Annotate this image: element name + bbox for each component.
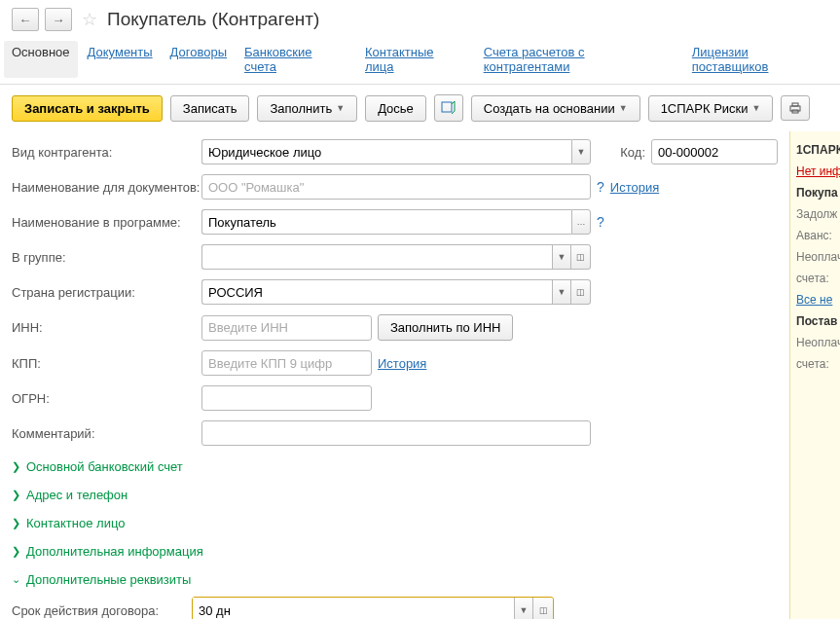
code-input[interactable] (651, 139, 778, 164)
sidebar-spark-title: 1СПАРК (796, 143, 834, 157)
page-title: Покупатель (Контрагент) (107, 9, 319, 30)
dossier-button[interactable]: Досье (365, 95, 426, 122)
expander-contact-label: Контактное лицо (26, 516, 125, 530)
sidebar-all-link[interactable]: Все не (796, 293, 834, 307)
expander-extra-info[interactable]: ❯ Дополнительная информация (12, 540, 778, 563)
chevron-right-icon: ❯ (12, 545, 20, 558)
sidebar-account1-label: счета: (796, 272, 834, 285)
chevron-right-icon: ❯ (12, 489, 20, 501)
save-close-button[interactable]: Записать и закрыть (12, 95, 163, 122)
printer-icon (788, 101, 802, 115)
attachments-button[interactable] (434, 94, 463, 122)
country-label: Страна регистрации: (12, 285, 201, 300)
caret-down-icon: ▼ (619, 103, 628, 113)
ogrn-input[interactable] (201, 385, 372, 411)
expander-extra-req-label: Дополнительные реквизиты (26, 572, 191, 587)
expander-bank-account[interactable]: ❯ Основной банковский счет (12, 455, 778, 478)
chevron-right-icon: ❯ (12, 517, 20, 529)
toolbar: Записать и закрыть Записать Заполнить▼ Д… (0, 85, 840, 131)
progname-input[interactable] (201, 209, 571, 235)
tab-contracts[interactable]: Договоры (170, 45, 227, 74)
tabs-bar: Основное Документы Договоры Банковские с… (0, 39, 840, 85)
docname-input[interactable] (201, 174, 591, 200)
back-button[interactable]: ← (12, 8, 39, 31)
sidebar-panel: 1СПАРК Нет инф Покупа Задолж Аванс: Неоп… (789, 131, 840, 619)
save-button[interactable]: Записать (170, 95, 250, 122)
contract-open-button[interactable]: ◫ (533, 598, 553, 619)
kpp-input[interactable] (201, 350, 372, 376)
group-dropdown-button[interactable]: ▼ (552, 244, 571, 270)
contract-dropdown-button[interactable]: ▼ (514, 598, 533, 619)
comment-input[interactable] (201, 420, 591, 446)
expander-contact[interactable]: ❯ Контактное лицо (12, 512, 778, 534)
print-button[interactable] (781, 95, 810, 121)
type-label: Вид контрагента: (12, 145, 201, 160)
fill-button-label: Заполнить (270, 101, 332, 116)
ogrn-label: ОГРН: (12, 391, 201, 406)
fill-button[interactable]: Заполнить▼ (257, 95, 357, 122)
sidebar-no-info-link[interactable]: Нет инф (796, 164, 834, 178)
type-input[interactable] (201, 139, 571, 164)
spark-risks-button[interactable]: 1СПАРК Риски▼ (648, 95, 774, 122)
sidebar-debt-label: Задолж (796, 207, 834, 221)
fill-by-inn-button[interactable]: Заполнить по ИНН (378, 314, 513, 341)
tab-bank-accounts[interactable]: Банковские счета (244, 45, 347, 74)
svg-rect-2 (792, 103, 798, 106)
progname-help-icon[interactable]: ? (597, 214, 604, 230)
tab-settlement-accounts[interactable]: Счета расчетов с контрагентами (484, 45, 675, 74)
type-dropdown-button[interactable]: ▼ (571, 139, 591, 164)
country-dropdown-button[interactable]: ▼ (552, 279, 571, 305)
contract-term-label: Срок действия договора: (12, 603, 192, 618)
favorite-star-icon[interactable]: ☆ (82, 9, 97, 30)
inn-input[interactable] (201, 315, 372, 341)
sidebar-unpaid2-label: Неоплач (796, 336, 834, 349)
docname-label: Наименование для документов: (12, 180, 201, 195)
group-open-button[interactable]: ◫ (571, 244, 591, 270)
expander-address-label: Адрес и телефон (26, 488, 128, 502)
forward-button[interactable]: → (45, 8, 72, 31)
chevron-down-icon: ⌄ (12, 573, 20, 586)
expander-extra-req[interactable]: ⌄ Дополнительные реквизиты (12, 568, 778, 591)
create-based-button[interactable]: Создать на основании▼ (471, 95, 640, 122)
chevron-right-icon: ❯ (12, 460, 20, 473)
comment-label: Комментарий: (12, 426, 201, 441)
inn-label: ИНН: (12, 320, 201, 335)
tab-contacts[interactable]: Контактные лица (365, 45, 466, 74)
tab-documents[interactable]: Документы (88, 45, 153, 74)
tab-licenses[interactable]: Лицензии поставщиков (692, 45, 828, 74)
sidebar-supplier-title: Постав (796, 314, 834, 328)
code-label: Код: (620, 145, 645, 160)
expander-extra-info-label: Дополнительная информация (26, 544, 203, 559)
docname-history-link[interactable]: История (610, 180, 659, 195)
group-label: В группе: (12, 250, 201, 265)
svg-rect-0 (442, 102, 452, 112)
caret-down-icon: ▼ (752, 103, 761, 113)
contract-term-input[interactable] (193, 598, 514, 619)
progname-more-button[interactable]: … (571, 209, 591, 235)
country-open-button[interactable]: ◫ (571, 279, 591, 305)
expander-address[interactable]: ❯ Адрес и телефон (12, 484, 778, 506)
country-input[interactable] (201, 279, 552, 305)
create-based-label: Создать на основании (484, 101, 615, 116)
progname-label: Наименование в программе: (12, 215, 201, 230)
attachments-icon (441, 100, 457, 116)
sidebar-account2-label: счета: (796, 357, 834, 371)
expander-bank-label: Основной банковский счет (26, 459, 183, 474)
group-input[interactable] (201, 244, 552, 270)
spark-label: 1СПАРК Риски (661, 101, 749, 116)
kpp-history-link[interactable]: История (378, 356, 426, 371)
caret-down-icon: ▼ (336, 103, 345, 113)
docname-help-icon[interactable]: ? (597, 179, 604, 195)
tab-main[interactable]: Основное (4, 41, 78, 78)
sidebar-unpaid1-label: Неоплач (796, 250, 834, 264)
sidebar-advance-label: Аванс: (796, 229, 834, 242)
sidebar-buyer-title: Покупа (796, 186, 834, 200)
kpp-label: КПП: (12, 356, 201, 371)
